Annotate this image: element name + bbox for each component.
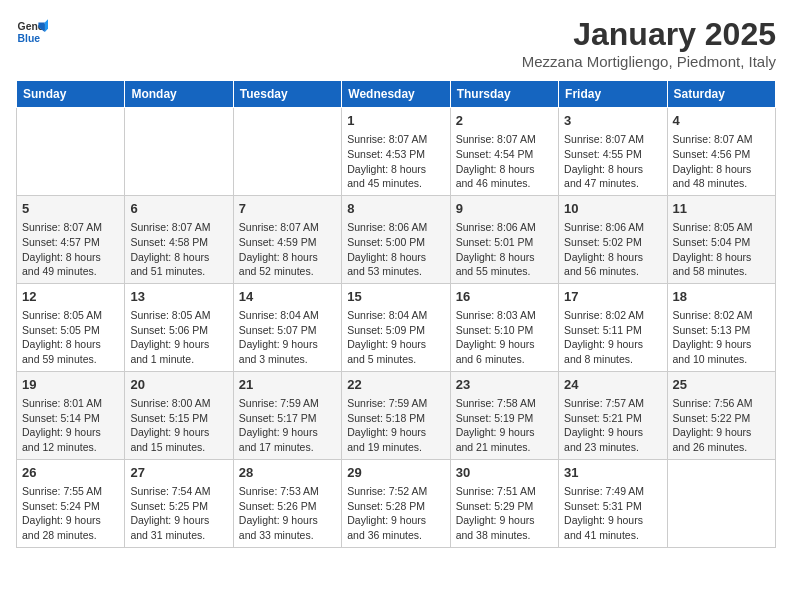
calendar-cell: 4Sunrise: 8:07 AMSunset: 4:56 PMDaylight… — [667, 108, 775, 196]
day-number: 13 — [130, 288, 227, 306]
day-info: Sunrise: 8:07 AM — [456, 132, 553, 147]
day-info: Sunset: 5:09 PM — [347, 323, 444, 338]
calendar-cell: 22Sunrise: 7:59 AMSunset: 5:18 PMDayligh… — [342, 371, 450, 459]
day-info: Daylight: 8 hours and 45 minutes. — [347, 162, 444, 191]
day-number: 29 — [347, 464, 444, 482]
day-info: Sunrise: 8:06 AM — [564, 220, 661, 235]
day-info: Sunrise: 7:51 AM — [456, 484, 553, 499]
logo: General Blue — [16, 16, 48, 48]
calendar-cell: 19Sunrise: 8:01 AMSunset: 5:14 PMDayligh… — [17, 371, 125, 459]
day-info: Daylight: 9 hours and 3 minutes. — [239, 337, 336, 366]
day-info: Sunrise: 8:06 AM — [347, 220, 444, 235]
day-info: Sunrise: 8:04 AM — [347, 308, 444, 323]
calendar-cell: 13Sunrise: 8:05 AMSunset: 5:06 PMDayligh… — [125, 283, 233, 371]
day-info: Daylight: 8 hours and 48 minutes. — [673, 162, 770, 191]
day-info: Sunrise: 7:59 AM — [239, 396, 336, 411]
day-info: Sunrise: 8:00 AM — [130, 396, 227, 411]
day-number: 3 — [564, 112, 661, 130]
day-info: Sunrise: 7:49 AM — [564, 484, 661, 499]
calendar-cell: 27Sunrise: 7:54 AMSunset: 5:25 PMDayligh… — [125, 459, 233, 547]
day-info: Sunrise: 8:07 AM — [347, 132, 444, 147]
day-info: Sunset: 5:11 PM — [564, 323, 661, 338]
day-info: Sunset: 4:55 PM — [564, 147, 661, 162]
calendar-cell — [125, 108, 233, 196]
calendar-cell: 8Sunrise: 8:06 AMSunset: 5:00 PMDaylight… — [342, 195, 450, 283]
day-info: Sunrise: 8:06 AM — [456, 220, 553, 235]
day-info: Sunset: 5:01 PM — [456, 235, 553, 250]
calendar-table: SundayMondayTuesdayWednesdayThursdayFrid… — [16, 80, 776, 548]
day-info: Sunset: 4:59 PM — [239, 235, 336, 250]
day-number: 16 — [456, 288, 553, 306]
day-info: Sunset: 5:19 PM — [456, 411, 553, 426]
day-info: Daylight: 9 hours and 17 minutes. — [239, 425, 336, 454]
title-area: January 2025 Mezzana Mortigliengo, Piedm… — [522, 16, 776, 70]
day-number: 4 — [673, 112, 770, 130]
day-info: Daylight: 8 hours and 49 minutes. — [22, 250, 119, 279]
calendar-cell: 24Sunrise: 7:57 AMSunset: 5:21 PMDayligh… — [559, 371, 667, 459]
calendar-cell: 14Sunrise: 8:04 AMSunset: 5:07 PMDayligh… — [233, 283, 341, 371]
calendar-cell: 28Sunrise: 7:53 AMSunset: 5:26 PMDayligh… — [233, 459, 341, 547]
day-info: Daylight: 8 hours and 51 minutes. — [130, 250, 227, 279]
day-number: 1 — [347, 112, 444, 130]
calendar-cell: 9Sunrise: 8:06 AMSunset: 5:01 PMDaylight… — [450, 195, 558, 283]
day-info: Sunset: 5:17 PM — [239, 411, 336, 426]
day-info: Daylight: 8 hours and 59 minutes. — [22, 337, 119, 366]
day-header-monday: Monday — [125, 81, 233, 108]
calendar-cell — [233, 108, 341, 196]
day-info: Daylight: 9 hours and 15 minutes. — [130, 425, 227, 454]
week-row-5: 26Sunrise: 7:55 AMSunset: 5:24 PMDayligh… — [17, 459, 776, 547]
day-info: Sunset: 5:24 PM — [22, 499, 119, 514]
day-info: Daylight: 9 hours and 21 minutes. — [456, 425, 553, 454]
day-info: Sunset: 4:54 PM — [456, 147, 553, 162]
day-number: 9 — [456, 200, 553, 218]
day-info: Sunset: 4:53 PM — [347, 147, 444, 162]
day-info: Daylight: 8 hours and 46 minutes. — [456, 162, 553, 191]
calendar-cell: 3Sunrise: 8:07 AMSunset: 4:55 PMDaylight… — [559, 108, 667, 196]
day-number: 2 — [456, 112, 553, 130]
day-number: 17 — [564, 288, 661, 306]
calendar-cell — [17, 108, 125, 196]
day-info: Sunset: 5:06 PM — [130, 323, 227, 338]
calendar-cell: 16Sunrise: 8:03 AMSunset: 5:10 PMDayligh… — [450, 283, 558, 371]
day-info: Daylight: 9 hours and 41 minutes. — [564, 513, 661, 542]
day-number: 22 — [347, 376, 444, 394]
day-info: Sunrise: 8:03 AM — [456, 308, 553, 323]
day-info: Sunrise: 8:05 AM — [130, 308, 227, 323]
day-info: Daylight: 9 hours and 6 minutes. — [456, 337, 553, 366]
day-info: Daylight: 9 hours and 38 minutes. — [456, 513, 553, 542]
calendar-cell: 23Sunrise: 7:58 AMSunset: 5:19 PMDayligh… — [450, 371, 558, 459]
day-number: 26 — [22, 464, 119, 482]
day-info: Sunrise: 7:58 AM — [456, 396, 553, 411]
day-info: Daylight: 9 hours and 10 minutes. — [673, 337, 770, 366]
day-info: Sunset: 5:29 PM — [456, 499, 553, 514]
day-info: Daylight: 8 hours and 55 minutes. — [456, 250, 553, 279]
calendar-cell: 6Sunrise: 8:07 AMSunset: 4:58 PMDaylight… — [125, 195, 233, 283]
day-info: Sunrise: 8:07 AM — [130, 220, 227, 235]
day-info: Sunrise: 8:01 AM — [22, 396, 119, 411]
day-info: Sunrise: 8:07 AM — [564, 132, 661, 147]
day-info: Daylight: 8 hours and 58 minutes. — [673, 250, 770, 279]
day-info: Sunrise: 8:07 AM — [22, 220, 119, 235]
day-info: Sunrise: 7:53 AM — [239, 484, 336, 499]
day-number: 10 — [564, 200, 661, 218]
week-row-3: 12Sunrise: 8:05 AMSunset: 5:05 PMDayligh… — [17, 283, 776, 371]
day-info: Daylight: 9 hours and 36 minutes. — [347, 513, 444, 542]
day-info: Sunrise: 8:04 AM — [239, 308, 336, 323]
calendar-cell: 5Sunrise: 8:07 AMSunset: 4:57 PMDaylight… — [17, 195, 125, 283]
day-info: Sunset: 5:25 PM — [130, 499, 227, 514]
day-info: Sunset: 5:04 PM — [673, 235, 770, 250]
day-info: Sunrise: 8:05 AM — [673, 220, 770, 235]
calendar-cell: 10Sunrise: 8:06 AMSunset: 5:02 PMDayligh… — [559, 195, 667, 283]
day-number: 15 — [347, 288, 444, 306]
day-info: Sunrise: 8:07 AM — [239, 220, 336, 235]
day-info: Sunrise: 7:57 AM — [564, 396, 661, 411]
day-number: 12 — [22, 288, 119, 306]
day-info: Sunset: 5:18 PM — [347, 411, 444, 426]
calendar-cell: 26Sunrise: 7:55 AMSunset: 5:24 PMDayligh… — [17, 459, 125, 547]
calendar-cell: 30Sunrise: 7:51 AMSunset: 5:29 PMDayligh… — [450, 459, 558, 547]
day-header-tuesday: Tuesday — [233, 81, 341, 108]
day-info: Sunrise: 7:59 AM — [347, 396, 444, 411]
day-info: Daylight: 9 hours and 5 minutes. — [347, 337, 444, 366]
day-info: Daylight: 8 hours and 56 minutes. — [564, 250, 661, 279]
calendar-cell — [667, 459, 775, 547]
